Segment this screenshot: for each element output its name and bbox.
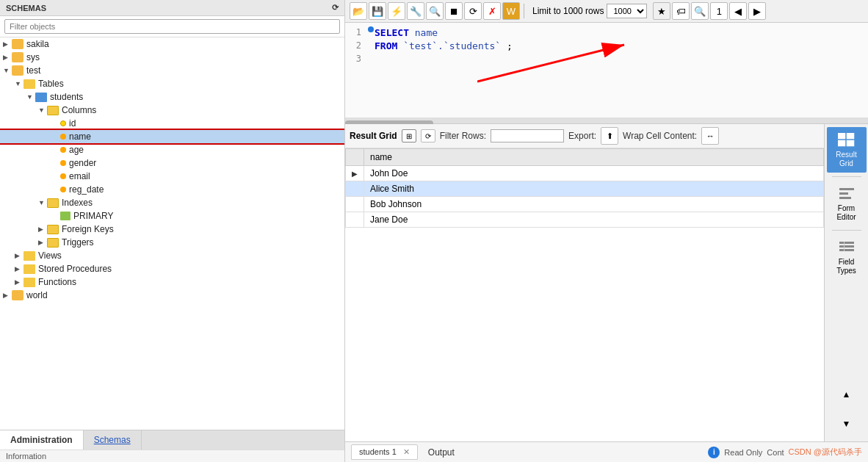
- svg-rect-5: [847, 140, 854, 146]
- result-grid-sidebar-btn[interactable]: ResultGrid: [827, 127, 867, 173]
- stop-button[interactable]: ⏹: [445, 2, 463, 20]
- bottom-tab-close[interactable]: ✕: [403, 447, 410, 456]
- nav-prev[interactable]: ◀: [729, 2, 747, 20]
- wrap-btn[interactable]: ↔: [701, 127, 719, 145]
- tab-schemas-label: Schemas: [94, 435, 131, 445]
- rsb-nav-up[interactable]: ▲: [827, 381, 867, 409]
- rsb-nav-down[interactable]: ▼: [827, 411, 867, 438]
- cell-alice-name: Alice Smith: [364, 181, 824, 197]
- tree-label-views: Views: [38, 250, 62, 261]
- open-button[interactable]: 📂: [350, 2, 367, 20]
- line-num-1: 1: [345, 26, 367, 37]
- sql-line-1: 1 SELECT name: [345, 26, 868, 39]
- form-editor-icon: [836, 185, 857, 203]
- result-right-sidebar: ResultGrid FormEditor: [824, 124, 868, 441]
- tree-label-name: name: [69, 131, 91, 142]
- tree-item-test[interactable]: ▼ test: [0, 64, 344, 77]
- wrap-label: Wrap Cell Content:: [623, 131, 697, 141]
- execute-button[interactable]: ⚡: [388, 2, 405, 20]
- tab-schemas[interactable]: Schemas: [84, 430, 142, 450]
- table-row[interactable]: ▶ John Doe: [346, 166, 824, 181]
- filter-area: [0, 16, 344, 37]
- filter-rows-input[interactable]: [491, 129, 564, 142]
- refresh-icon[interactable]: ⟳: [332, 3, 339, 12]
- toolbar-divider1: [524, 4, 524, 18]
- col-header-name: name: [364, 149, 824, 166]
- refresh-result-btn[interactable]: ⟳: [421, 129, 435, 142]
- db-icon-world: [12, 290, 23, 300]
- tree-item-foreignkeys[interactable]: ▶ Foreign Keys: [0, 223, 344, 236]
- sql-semicolon: ;: [507, 40, 513, 51]
- sql-editor[interactable]: 1 SELECT name 2 FROM `test`.`students` ;…: [345, 23, 868, 118]
- wb-button[interactable]: W: [502, 2, 520, 20]
- export-btn[interactable]: ⬆: [601, 127, 618, 145]
- tree-item-sys[interactable]: ▶ sys: [0, 51, 344, 64]
- expand-arrow-tables: ▼: [15, 80, 23, 87]
- cell-jane-name: Jane Doe: [364, 212, 824, 228]
- filter-rows-label: Filter Rows:: [440, 131, 486, 141]
- refresh-button[interactable]: ⟳: [464, 2, 482, 20]
- nav-next[interactable]: ▶: [748, 2, 766, 20]
- folder-icon-views: [23, 251, 35, 261]
- limit-select[interactable]: 1000 500 100: [607, 4, 647, 18]
- right-panel: 📂 💾 ⚡ 🔧 🔍 ⏹ ⟳ ✗ W Limit to 1000 rows 100…: [345, 0, 868, 462]
- tree-label-sakila: sakila: [26, 39, 49, 49]
- tree-label-age: age: [69, 145, 84, 155]
- filter-input[interactable]: [4, 19, 340, 34]
- tree-item-id[interactable]: id: [0, 117, 344, 130]
- num-button[interactable]: 1: [710, 2, 728, 20]
- form-editor-btn[interactable]: FormEditor: [827, 181, 867, 226]
- bottom-tab-students[interactable]: students 1 ✕: [351, 444, 418, 460]
- tree-item-name[interactable]: name: [0, 130, 344, 143]
- field-types-btn[interactable]: FieldTypes: [827, 234, 867, 280]
- tree-label-primary: PRIMARY: [73, 211, 113, 221]
- star-button[interactable]: ★: [653, 2, 670, 20]
- folder-icon-sp: [23, 264, 35, 274]
- kw-from: FROM: [375, 40, 403, 51]
- tree-item-students[interactable]: ▼ students: [0, 90, 344, 104]
- grid-view-btn[interactable]: ⊞: [402, 129, 416, 142]
- execute2-button[interactable]: 🔧: [407, 2, 424, 20]
- tree-item-storedproc[interactable]: ▶ Stored Procedures: [0, 262, 344, 275]
- svg-rect-3: [847, 133, 854, 139]
- bottom-tab-label: students 1: [359, 447, 397, 456]
- table-row[interactable]: Jane Doe: [346, 212, 824, 228]
- tree-item-views[interactable]: ▶ Views: [0, 249, 344, 262]
- result-main: Result Grid ⊞ ⟳ Filter Rows: Export: ⬆ W…: [345, 124, 824, 441]
- expand-arrow-test: ▼: [3, 67, 12, 74]
- find-button[interactable]: 🔍: [426, 2, 444, 20]
- field-types-icon: [836, 239, 857, 256]
- cancel-button[interactable]: ✗: [483, 2, 501, 20]
- tree-item-world[interactable]: ▶ world: [0, 289, 344, 302]
- sql-line-2: 2 FROM `test`.`students` ;: [345, 39, 868, 52]
- tree-item-indexes[interactable]: ▼ Indexes: [0, 196, 344, 209]
- rsb-divider1: [832, 176, 861, 177]
- tree-label-sp: Stored Procedures: [38, 264, 112, 274]
- tree-label-test: test: [26, 65, 40, 76]
- svg-rect-2: [838, 133, 845, 139]
- save-button[interactable]: 💾: [369, 2, 386, 20]
- table-row[interactable]: Bob Johnson: [346, 197, 824, 212]
- cell-john-name: John Doe: [364, 166, 824, 181]
- tag-button[interactable]: 🏷: [672, 2, 690, 20]
- tree-item-email[interactable]: email: [0, 170, 344, 183]
- sql-scrollbar[interactable]: [345, 118, 868, 124]
- tree-item-tables[interactable]: ▼ Tables: [0, 77, 344, 90]
- tree-item-functions[interactable]: ▶ Functions: [0, 275, 344, 289]
- tab-administration-label: Administration: [10, 435, 73, 445]
- expand-arrow-students: ▼: [26, 93, 35, 101]
- table-row[interactable]: Alice Smith: [346, 181, 824, 197]
- limit-area: Limit to 1000 rows 1000 500 100: [532, 4, 647, 18]
- tree-item-sakila[interactable]: ▶ sakila: [0, 37, 344, 51]
- expand-arrow-sp: ▶: [15, 265, 23, 272]
- tree-item-regdate[interactable]: reg_date: [0, 183, 344, 196]
- search2-button[interactable]: 🔍: [691, 2, 709, 20]
- tree-item-age[interactable]: age: [0, 143, 344, 156]
- result-grid-icon: [836, 131, 857, 149]
- tree-item-primary[interactable]: PRIMARY: [0, 209, 344, 223]
- tree-item-columns[interactable]: ▼ Columns: [0, 104, 344, 117]
- row-arrow-jane: [346, 212, 364, 228]
- tab-administration[interactable]: Administration: [0, 430, 84, 450]
- tree-item-gender[interactable]: gender: [0, 156, 344, 170]
- tree-item-triggers[interactable]: ▶ Triggers: [0, 236, 344, 249]
